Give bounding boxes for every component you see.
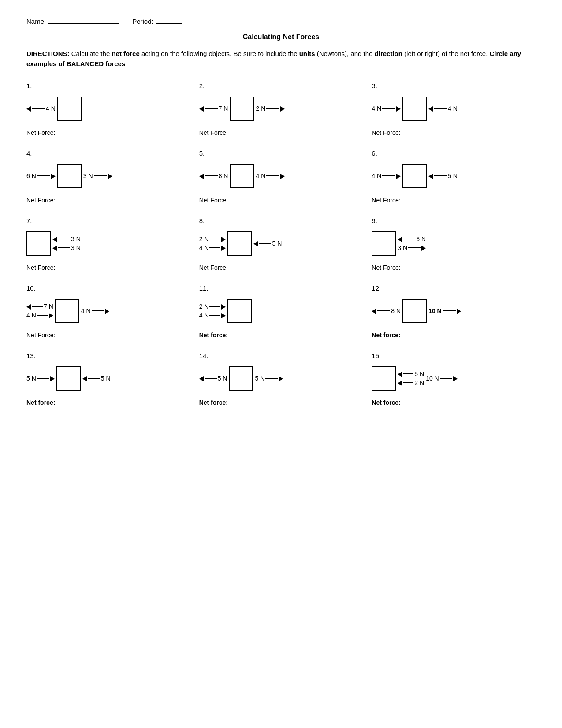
- period-underline[interactable]: [156, 23, 182, 24]
- diagram: 5 N2 N10 N: [372, 363, 536, 394]
- problem-number: 13.: [26, 352, 190, 359]
- diagram: 4 N4 N: [372, 93, 536, 124]
- force-box: [372, 231, 396, 256]
- net-force-label: Net Force:: [372, 129, 536, 136]
- problem-number: 5.: [199, 149, 363, 157]
- force-box: [227, 231, 252, 256]
- problem-number: 15.: [372, 352, 536, 359]
- problem-number: 9.: [372, 217, 536, 224]
- diagram: 2 N4 N5 N: [199, 228, 363, 259]
- problem-9: 9.6 N3 NNet Force:: [372, 217, 536, 271]
- force-box: [229, 366, 253, 391]
- problem-number: 7.: [26, 217, 190, 224]
- diagram: 6 N3 N: [26, 161, 190, 191]
- problem-number: 1.: [26, 82, 190, 90]
- force-box: [402, 164, 427, 188]
- problem-number: 11.: [199, 284, 363, 292]
- force-box: [56, 366, 81, 391]
- stacked-forces: 2 N4 N: [199, 235, 226, 251]
- stacked-forces: 5 N2 N: [398, 370, 424, 386]
- name-label: Name:: [26, 18, 119, 25]
- problem-number: 14.: [199, 352, 363, 359]
- problem-number: 8.: [199, 217, 363, 224]
- stacked-forces: 7 N4 N: [26, 303, 53, 319]
- problem-11: 11.2 N4 NNet force:: [199, 284, 363, 339]
- problem-12: 12.8 N10 NNet force:: [372, 284, 536, 339]
- problem-7: 7.3 N3 NNet Force:: [26, 217, 190, 271]
- problem-number: 3.: [372, 82, 536, 90]
- net-force-label: Net force:: [26, 399, 190, 406]
- diagram: 4 N: [26, 93, 190, 124]
- force-box: [57, 164, 82, 188]
- net-force-label: Net Force:: [372, 264, 536, 271]
- diagram: 5 N5 N: [26, 363, 190, 394]
- force-box: [227, 299, 252, 323]
- header-line: Name: Period:: [26, 18, 536, 25]
- page-title: Calculating Net Forces: [26, 33, 536, 41]
- name-underline[interactable]: [48, 23, 119, 24]
- diagram: 3 N3 N: [26, 228, 190, 259]
- net-force-label: Net Force:: [199, 129, 363, 136]
- diagram: 2 N4 N: [199, 295, 363, 326]
- diagram: 6 N3 N: [372, 228, 536, 259]
- problem-5: 5.8 N4 NNet Force:: [199, 149, 363, 204]
- net-force-label: Net Force:: [26, 129, 190, 136]
- problem-6: 6.4 N5 NNet Force:: [372, 149, 536, 204]
- problem-number: 6.: [372, 149, 536, 157]
- force-box: [230, 164, 254, 188]
- problem-15: 15.5 N2 N10 NNet force:: [372, 352, 536, 406]
- net-force-label: Net Force:: [199, 264, 363, 271]
- problem-8: 8.2 N4 N5 NNet Force:: [199, 217, 363, 271]
- problem-10: 10.7 N4 N4 NNet Force:: [26, 284, 190, 339]
- diagram: 8 N4 N: [199, 161, 363, 191]
- force-box: [230, 97, 254, 121]
- net-force-label: Net force:: [372, 332, 536, 339]
- problem-number: 2.: [199, 82, 363, 90]
- problems-grid: 1.4 NNet Force:2.7 N2 NNet Force:3.4 N4 …: [26, 82, 536, 406]
- net-force-label: Net Force:: [26, 332, 190, 339]
- problem-13: 13.5 N5 NNet force:: [26, 352, 190, 406]
- net-force-label: Net Force:: [26, 264, 190, 271]
- net-force-label: Net Force:: [26, 197, 190, 204]
- problem-14: 14.5 N5 NNet force:: [199, 352, 363, 406]
- problem-number: 10.: [26, 284, 190, 292]
- diagram: 8 N10 N: [372, 295, 536, 326]
- problem-3: 3.4 N4 NNet Force:: [372, 82, 536, 136]
- stacked-forces: 3 N3 N: [52, 235, 81, 251]
- net-force-label: Net force:: [372, 399, 536, 406]
- diagram: 5 N5 N: [199, 363, 363, 394]
- problem-4: 4.6 N3 NNet Force:: [26, 149, 190, 204]
- problem-number: 4.: [26, 149, 190, 157]
- stacked-forces: 2 N4 N: [199, 303, 226, 319]
- problem-number: 12.: [372, 284, 536, 292]
- period-label: Period:: [132, 18, 182, 25]
- net-force-label: Net Force:: [199, 197, 363, 204]
- net-force-label: Net Force:: [372, 197, 536, 204]
- diagram: 4 N5 N: [372, 161, 536, 191]
- diagram: 7 N2 N: [199, 93, 363, 124]
- force-box: [57, 97, 82, 121]
- force-box: [372, 366, 396, 391]
- force-box: [402, 97, 427, 121]
- force-box: [26, 231, 51, 256]
- force-box: [402, 299, 427, 323]
- net-force-label: Net force:: [199, 399, 363, 406]
- problem-2: 2.7 N2 NNet Force:: [199, 82, 363, 136]
- stacked-forces: 6 N3 N: [398, 235, 426, 251]
- problem-1: 1.4 NNet Force:: [26, 82, 190, 136]
- diagram: 7 N4 N4 N: [26, 295, 190, 326]
- net-force-label: Net force:: [199, 332, 363, 339]
- directions: DIRECTIONS: Calculate the net force acti…: [26, 49, 536, 69]
- force-box: [55, 299, 79, 323]
